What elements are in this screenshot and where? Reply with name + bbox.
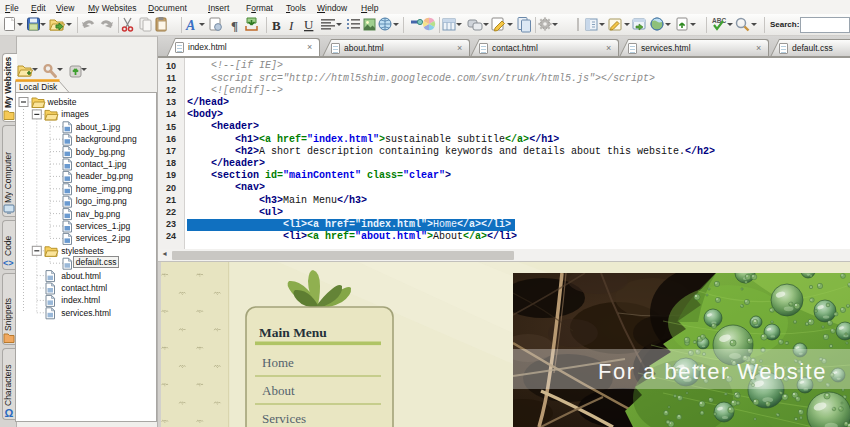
svg-text:Main Menu: Main Menu <box>259 325 327 340</box>
svg-text:For a better Website: For a better Website <box>598 359 827 384</box>
svg-text:I: I <box>288 18 294 33</box>
svg-text:B: B <box>272 18 281 33</box>
svg-text:Home: Home <box>262 355 294 370</box>
svg-text:U: U <box>304 17 314 32</box>
svg-text:Local Disk: Local Disk <box>19 82 58 92</box>
svg-text:Search:: Search: <box>770 20 799 29</box>
svg-text:ABC: ABC <box>712 17 726 24</box>
svg-text:¶: ¶ <box>231 18 238 33</box>
svg-text:Services: Services <box>262 411 306 426</box>
svg-text:Ω: Ω <box>5 407 14 419</box>
svg-text:A: A <box>185 18 195 33</box>
svg-text:About: About <box>262 383 295 398</box>
svg-text:<>: <> <box>3 258 14 268</box>
